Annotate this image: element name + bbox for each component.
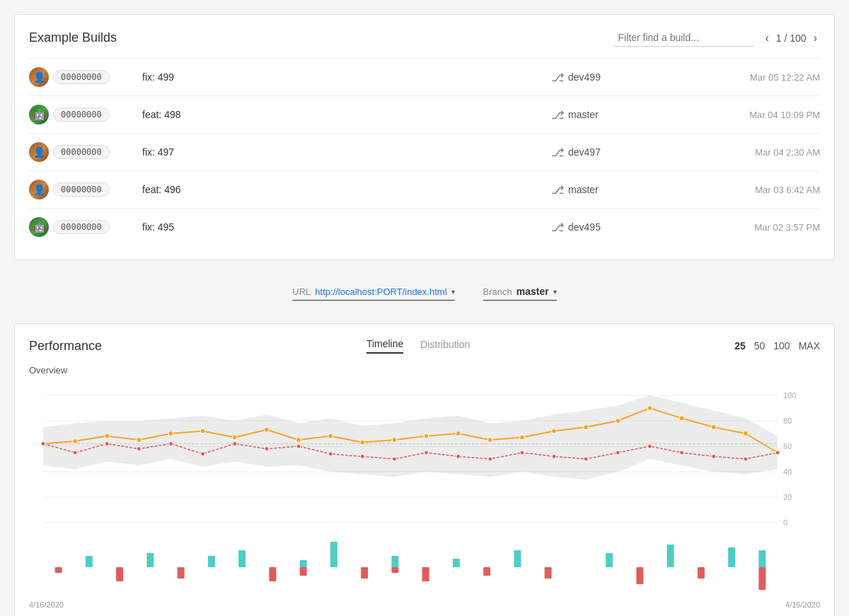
svg-rect-77 [483,567,490,576]
branch-name: dev497 [568,146,601,158]
count-max[interactable]: MAX [799,340,820,351]
build-id-cell: 👤 00000000 [29,180,142,199]
svg-point-60 [775,451,780,455]
svg-rect-69 [300,560,307,567]
svg-point-59 [744,457,748,461]
branch-icon: ⎇ [551,108,564,122]
build-branch-cell: ⎇ dev497 [551,146,693,159]
svg-point-30 [584,425,589,430]
svg-text:80: 80 [783,417,792,425]
build-id-cell: 👤 00000000 [29,142,142,162]
avatar: 👤 [29,180,49,199]
svg-rect-83 [698,567,705,579]
svg-rect-85 [758,550,766,567]
build-id-badge: 00000000 [53,182,110,197]
build-id-badge: 00000000 [53,70,110,84]
svg-point-51 [488,457,492,461]
count-25[interactable]: 25 [734,340,746,351]
builds-header-right: ‹ 1 / 100 › [613,29,820,47]
url-dropdown-icon: ▾ [451,288,455,296]
table-row[interactable]: 👤 00000000 fix: 499 ⎇ dev499 Mar 05 12:2… [29,58,820,95]
svg-rect-79 [545,567,552,579]
table-row[interactable]: 👤 00000000 feat: 496 ⎇ master Mar 03 6:4… [29,170,820,208]
svg-rect-67 [238,550,246,567]
avatar-image: 🤖 [29,217,49,237]
build-message: fix: 499 [142,71,551,83]
branch-icon: ⎇ [551,183,564,197]
svg-point-54 [584,457,588,461]
pagination-label: 1 / 100 [776,33,807,44]
build-id-badge: 00000000 [53,107,110,122]
branch-dropdown-icon: ▾ [553,288,557,296]
pagination-next-button[interactable]: › [811,30,820,46]
svg-point-50 [456,454,461,458]
bar-chart [29,539,820,595]
svg-point-25 [424,434,429,438]
filter-input[interactable] [613,29,754,47]
perf-tabs: Timeline Distribution [366,338,470,354]
svg-rect-64 [146,553,154,567]
tab-distribution[interactable]: Distribution [420,339,470,353]
tab-timeline[interactable]: Timeline [366,338,403,354]
table-row[interactable]: 🤖 00000000 feat: 498 ⎇ master Mar 04 10:… [29,95,820,133]
svg-rect-61 [55,567,62,573]
branch-icon: ⎇ [551,71,564,84]
table-row[interactable]: 🤖 00000000 fix: 495 ⎇ dev495 Mar 02 3:57… [29,208,820,245]
avatar-image: 👤 [29,180,49,199]
svg-text:20: 20 [783,493,792,501]
svg-rect-82 [667,545,674,567]
svg-point-28 [519,435,524,440]
url-value: http://localhost:PORT/index.html [315,286,446,297]
branch-name: master [568,109,599,120]
avatar: 👤 [29,67,49,87]
date-labels: 4/16/2020 4/16/2020 [29,600,820,609]
build-id-cell: 🤖 00000000 [29,217,142,237]
branch-icon: ⎇ [551,146,564,159]
svg-rect-84 [728,547,735,567]
date-end: 4/16/2020 [785,600,820,609]
svg-point-46 [328,452,333,456]
pagination-prev-button[interactable]: ‹ [763,30,772,46]
svg-point-21 [296,438,301,443]
perf-title: Performance [29,339,102,354]
overview-label: Overview [29,365,820,376]
count-100[interactable]: 100 [773,340,790,351]
svg-rect-78 [514,550,521,567]
table-row[interactable]: 👤 00000000 fix: 497 ⎇ dev497 Mar 04 2:30… [29,133,820,170]
build-message: feat: 498 [142,109,551,120]
svg-point-16 [137,438,142,443]
build-date: Mar 04 2:30 AM [693,147,820,158]
branch-filter[interactable]: Branch master ▾ [483,286,557,301]
branch-name: dev495 [568,221,601,233]
url-filter[interactable]: URL http://localhost:PORT/index.html ▾ [292,286,454,301]
svg-point-56 [647,444,652,448]
svg-point-58 [712,454,716,458]
svg-point-55 [616,451,620,455]
svg-rect-62 [86,556,93,567]
build-message: feat: 496 [142,184,551,195]
branch-value: master [516,286,549,297]
url-label: URL [292,286,311,297]
build-id-cell: 👤 00000000 [29,67,142,87]
builds-header: Example Builds ‹ 1 / 100 › [29,29,820,47]
svg-rect-75 [422,567,429,581]
avatar-image: 👤 [29,67,49,87]
svg-point-32 [647,406,652,411]
svg-point-23 [360,440,365,445]
svg-point-43 [233,441,237,446]
count-50[interactable]: 50 [754,340,766,351]
avatar: 🤖 [29,105,49,124]
svg-point-17 [168,431,173,436]
svg-text:100: 100 [783,391,796,400]
svg-text:40: 40 [783,467,792,476]
svg-point-31 [616,419,620,424]
chart-area: 100806040200 [29,381,820,598]
svg-rect-65 [178,567,185,579]
branch-name: master [568,184,599,195]
svg-point-41 [169,441,173,446]
branch-name: dev499 [568,71,601,83]
builds-title: Example Builds [29,30,117,45]
svg-point-24 [392,438,397,443]
timeline-chart: 100806040200 [29,381,820,537]
build-branch-cell: ⎇ master [551,108,693,122]
